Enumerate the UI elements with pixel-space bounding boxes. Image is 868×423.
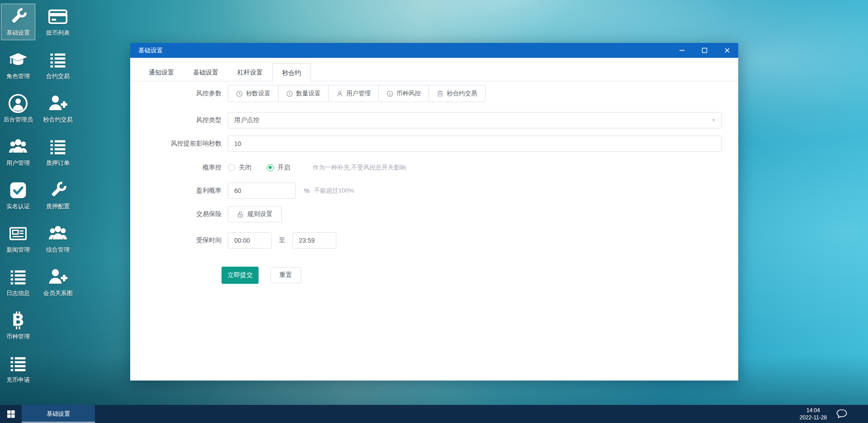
desktop-icon-label: 合约交易 bbox=[46, 72, 70, 80]
trade-insurance-label: 交易保险 bbox=[130, 210, 222, 218]
maximize-button[interactable] bbox=[699, 46, 709, 56]
list-icon bbox=[48, 137, 68, 157]
clock-icon bbox=[236, 90, 243, 97]
desktop-icon-general-management[interactable]: 综合管理 bbox=[41, 221, 75, 257]
desktop-icon-label: 基础设置 bbox=[6, 29, 30, 37]
probability-on-radio[interactable]: 开启 bbox=[267, 164, 290, 172]
desktop-icon-label: 会员关系图 bbox=[43, 289, 73, 297]
user-circle-icon bbox=[8, 94, 28, 113]
taskbar: 基础设置 14:04 2022-11-28 bbox=[0, 405, 868, 423]
list-icon bbox=[48, 50, 68, 70]
reset-button[interactable]: 重置 bbox=[270, 267, 301, 283]
newspaper-icon bbox=[8, 224, 28, 244]
window-titlebar: 基础设置 bbox=[130, 43, 738, 58]
radio-circle-icon bbox=[228, 164, 235, 171]
user-icon bbox=[336, 90, 343, 97]
user-plus-icon bbox=[48, 267, 68, 287]
desktop-icon-coin-management[interactable]: B 币种管理 bbox=[1, 307, 35, 344]
second-contract-form: 风控参数 秒数设置 数量设置 用户管理 $ 币种风控 bbox=[130, 81, 738, 284]
desktop-icon-admin-management[interactable]: 后台管理员 bbox=[1, 90, 35, 127]
radio-circle-icon bbox=[267, 164, 274, 171]
desktop-icon-label: 角色管理 bbox=[6, 72, 30, 80]
probability-hint: 作为一种补充,不受风控总开关影响 bbox=[313, 164, 406, 172]
desktop-icon-user-management[interactable]: 用户管理 bbox=[1, 134, 35, 170]
risk-type-select[interactable]: 用户点控 ▼ bbox=[228, 112, 722, 128]
taskbar-clock[interactable]: 14:04 2022-11-28 bbox=[800, 407, 827, 421]
desktop-icon-label: 实名认证 bbox=[6, 202, 30, 211]
users-icon bbox=[8, 137, 28, 157]
windows-logo-icon bbox=[7, 410, 15, 418]
settings-tabs: 通知设置 基础设置 杠杆设置 秒合约 bbox=[130, 58, 738, 81]
desktop-icon-label: 币种管理 bbox=[6, 333, 30, 341]
desktop-icon-member-relation-graph[interactable]: 会员关系图 bbox=[41, 264, 75, 301]
tab-notification-settings[interactable]: 通知设置 bbox=[139, 63, 184, 81]
desktop-icon-label: 新闻管理 bbox=[6, 246, 30, 254]
users-icon bbox=[48, 224, 68, 244]
desktop-icon-role-management[interactable]: 角色管理 bbox=[1, 47, 35, 84]
second-contract-trade-button[interactable]: 秒合约交易 bbox=[429, 85, 486, 102]
desktop-icon-label: 秒合约交易 bbox=[43, 116, 73, 124]
desktop-icon-log-info[interactable]: 日志信息 bbox=[1, 264, 35, 301]
minimize-button[interactable] bbox=[677, 46, 687, 56]
desktop-icon-label: 提币列表 bbox=[46, 29, 70, 37]
card-icon bbox=[48, 7, 68, 27]
quantity-settings-button[interactable]: 数量设置 bbox=[278, 85, 329, 102]
desktop-icon-label: 充币申请 bbox=[6, 376, 30, 384]
tab-leverage-settings[interactable]: 杠杆设置 bbox=[228, 63, 272, 81]
desktop-icon-deposit-request[interactable]: 充币申请 bbox=[1, 351, 35, 387]
list-icon bbox=[8, 354, 28, 374]
tab-second-contract[interactable]: 秒合约 bbox=[272, 63, 311, 81]
svg-text:$: $ bbox=[389, 92, 391, 96]
desktop-icon-label: 后台管理员 bbox=[4, 116, 33, 124]
clock-time: 14:04 bbox=[800, 407, 827, 414]
check-square-icon bbox=[8, 180, 28, 200]
wrench-icon bbox=[8, 7, 28, 27]
desktop-icon-contract-trading[interactable]: 合约交易 bbox=[41, 47, 75, 84]
desktop-icon-label: 用户管理 bbox=[6, 159, 30, 167]
start-button[interactable] bbox=[0, 405, 22, 423]
chat-bubble-icon[interactable] bbox=[836, 409, 848, 419]
settings-window: 基础设置 通知设置 基础设置 杠杆设置 秒合约 风控参数 秒数设置 数量设置 bbox=[130, 43, 738, 381]
taskbar-item-basic-settings[interactable]: 基础设置 bbox=[22, 405, 95, 423]
desktop-icon-pledge-orders[interactable]: 质押订单 bbox=[41, 134, 75, 170]
wrench-icon bbox=[48, 180, 68, 200]
risk-params-label: 风控参数 bbox=[130, 89, 222, 98]
profit-probability-input[interactable] bbox=[228, 183, 296, 199]
insured-time-to-input[interactable] bbox=[292, 232, 336, 249]
desktop-icon-label: 质押配置 bbox=[46, 202, 70, 211]
desktop-icon-pledge-config[interactable]: 质押配置 bbox=[41, 177, 75, 214]
graduation-cap-icon bbox=[8, 50, 28, 70]
rule-settings-button[interactable]: 规则设置 bbox=[228, 206, 282, 222]
clock-date: 2022-11-28 bbox=[800, 414, 827, 421]
coin-risk-button[interactable]: $ 币种风控 bbox=[378, 85, 429, 102]
submit-button[interactable]: 立即提交 bbox=[222, 267, 259, 284]
user-plus-icon bbox=[48, 94, 68, 113]
percent-suffix: % bbox=[304, 187, 309, 194]
desktop-icon-label: 质押订单 bbox=[46, 159, 70, 167]
close-button[interactable] bbox=[722, 46, 732, 56]
risk-params-button-group: 秒数设置 数量设置 用户管理 $ 币种风控 秒合约交易 bbox=[228, 85, 486, 102]
window-title: 基础设置 bbox=[138, 47, 677, 55]
desktop-icon-basic-settings[interactable]: 基础设置 bbox=[1, 4, 35, 40]
bitcoin-icon: B bbox=[8, 310, 28, 330]
desktop-icon-news-management[interactable]: 新闻管理 bbox=[1, 221, 35, 257]
svg-text:B: B bbox=[12, 310, 24, 330]
advance-seconds-input[interactable] bbox=[228, 136, 722, 152]
probability-control-label: 概率控 bbox=[130, 164, 222, 172]
list-icon bbox=[8, 267, 28, 287]
risk-type-label: 风控类型 bbox=[130, 116, 222, 124]
seconds-settings-button[interactable]: 秒数设置 bbox=[228, 85, 278, 102]
probability-off-radio[interactable]: 关闭 bbox=[228, 164, 251, 172]
desktop-icon-second-contract-trading[interactable]: 秒合约交易 bbox=[41, 90, 75, 127]
chevron-down-icon: ▼ bbox=[712, 118, 716, 122]
profit-probability-label: 盈利概率 bbox=[130, 187, 222, 195]
desktop-icon-label: 日志信息 bbox=[6, 289, 30, 297]
tab-basic-settings[interactable]: 基础设置 bbox=[184, 63, 228, 81]
time-separator: 至 bbox=[279, 236, 285, 244]
desktop-icon-withdraw-list[interactable]: 提币列表 bbox=[41, 4, 75, 40]
desktop-icon-identity-verification[interactable]: 实名认证 bbox=[1, 177, 35, 214]
info-icon bbox=[286, 90, 293, 97]
insured-time-from-input[interactable] bbox=[228, 232, 272, 249]
system-tray: 14:04 2022-11-28 bbox=[800, 405, 848, 423]
user-management-button[interactable]: 用户管理 bbox=[328, 85, 379, 102]
